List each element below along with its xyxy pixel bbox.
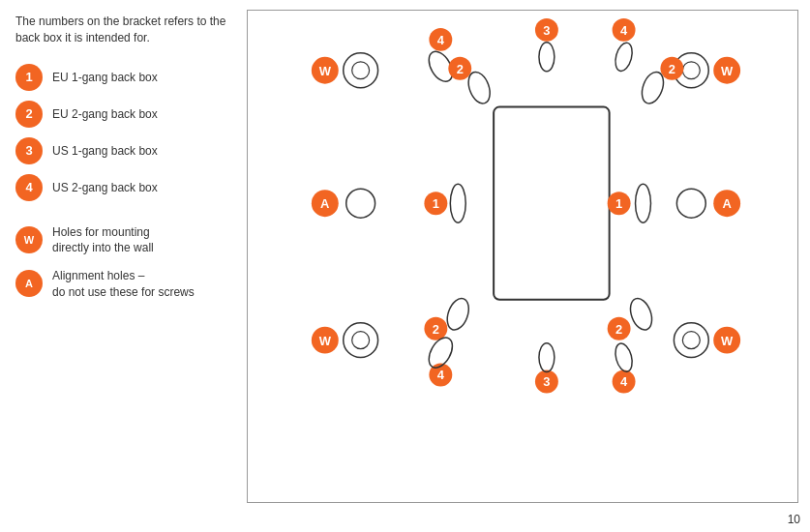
- legend-label-2: EU 2-gang back box: [52, 107, 158, 121]
- svg-text:A: A: [320, 196, 329, 211]
- legend-item-2: 2 EU 2-gang back box: [15, 101, 226, 128]
- legend-item-1: 1 EU 1-gang back box: [15, 64, 226, 91]
- svg-text:4: 4: [620, 23, 628, 38]
- legend-item-4: 4 US 2-gang back box: [15, 174, 226, 201]
- svg-point-32: [636, 184, 651, 222]
- legend-label-3: US 1-gang back box: [52, 144, 158, 158]
- svg-point-19: [682, 62, 700, 79]
- svg-point-35: [676, 189, 705, 218]
- svg-text:2: 2: [615, 322, 622, 337]
- svg-text:3: 3: [543, 23, 550, 38]
- svg-rect-29: [494, 107, 610, 300]
- svg-text:2: 2: [457, 62, 464, 76]
- svg-text:W: W: [319, 64, 332, 78]
- svg-text:A: A: [722, 196, 731, 211]
- svg-point-39: [352, 332, 370, 349]
- svg-text:4: 4: [620, 374, 628, 389]
- svg-text:1: 1: [615, 196, 622, 211]
- svg-text:W: W: [319, 334, 332, 348]
- svg-text:W: W: [721, 334, 734, 348]
- legend-list: 1 EU 1-gang back box 2 EU 2-gang back bo…: [15, 64, 226, 201]
- align-legend-text: Alignment holes – do not use these for s…: [52, 268, 195, 301]
- badge-w: W: [15, 226, 43, 253]
- svg-point-15: [613, 41, 635, 73]
- legend-item-3: 3 US 1-gang back box: [15, 137, 226, 164]
- svg-point-54: [626, 295, 655, 333]
- svg-point-25: [346, 189, 375, 218]
- svg-point-42: [443, 295, 472, 333]
- badge-1: 1: [15, 64, 43, 91]
- svg-text:2: 2: [669, 62, 675, 76]
- align-legend: A Alignment holes – do not use these for…: [15, 268, 226, 301]
- svg-point-58: [682, 332, 700, 349]
- svg-point-45: [424, 334, 457, 371]
- left-panel: The numbers on the bracket refers to the…: [0, 0, 242, 532]
- svg-point-12: [344, 53, 378, 88]
- svg-point-51: [613, 341, 635, 373]
- svg-text:2: 2: [433, 322, 439, 337]
- svg-text:1: 1: [433, 196, 439, 211]
- svg-text:4: 4: [437, 368, 445, 382]
- svg-text:4: 4: [437, 33, 445, 47]
- svg-point-13: [352, 62, 370, 79]
- legend-label-1: EU 1-gang back box: [52, 71, 158, 84]
- diagram-area: 4 3 4 2 W W 2 A: [247, 10, 798, 503]
- badge-2: 2: [15, 101, 43, 128]
- page-number: 10: [788, 513, 800, 526]
- svg-text:W: W: [721, 64, 734, 78]
- wall-legend-text: Holes for mounting directly into the wal…: [52, 224, 154, 257]
- wall-legend: W Holes for mounting directly into the w…: [15, 224, 226, 257]
- badge-a: A: [15, 270, 43, 297]
- svg-point-14: [539, 43, 555, 72]
- bracket-diagram: 4 3 4 2 W W 2 A: [248, 11, 797, 502]
- legend-label-4: US 2-gang back box: [52, 181, 158, 194]
- badge-4: 4: [15, 174, 43, 201]
- svg-point-48: [539, 343, 555, 372]
- svg-text:3: 3: [543, 374, 550, 389]
- intro-text: The numbers on the bracket refers to the…: [15, 14, 226, 46]
- badge-3: 3: [15, 137, 43, 164]
- svg-point-38: [344, 323, 378, 358]
- svg-point-28: [450, 184, 465, 222]
- svg-point-57: [674, 323, 708, 358]
